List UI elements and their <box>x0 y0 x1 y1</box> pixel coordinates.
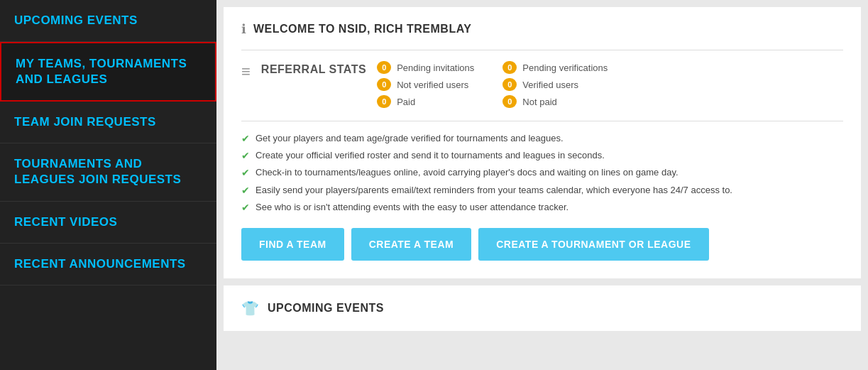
feature-item: ✔ Easily send your players/parents email… <box>241 184 843 197</box>
feature-item: ✔ Get your players and team age/grade ve… <box>241 132 843 145</box>
feature-text: Check-in to tournaments/leagues online, … <box>256 166 679 179</box>
features-list: ✔ Get your players and team age/grade ve… <box>241 121 843 214</box>
info-icon: ℹ <box>241 21 246 37</box>
welcome-header: ℹ WELCOME TO NSID, RICH TREMBLAY <box>241 21 843 37</box>
stat-label-paid: Paid <box>397 97 415 107</box>
action-buttons: FIND A TEAM CREATE A TEAM CREATE A TOURN… <box>241 228 843 261</box>
sidebar-item-tournaments-leagues-join[interactable]: TOURNAMENTS AND LEAGUES JOIN REQUESTS <box>0 143 216 201</box>
upcoming-events-card: 👕 UPCOMING EVENTS <box>224 285 861 331</box>
referral-stats-grid: 0 Pending invitations 0 Not verified use… <box>377 61 608 108</box>
checkmark-icon: ✔ <box>241 150 250 161</box>
feature-text: See who is or isn't attending events wit… <box>256 201 568 214</box>
welcome-title: WELCOME TO NSID, RICH TREMBLAY <box>253 23 471 36</box>
sidebar-item-label: RECENT ANNOUNCEMENTS <box>14 257 186 271</box>
tshirt-icon: 👕 <box>241 300 259 317</box>
stat-label-pending-verifications: Pending verifications <box>522 62 608 73</box>
sidebar-item-my-teams[interactable]: MY TEAMS, TOURNAMENTS AND LEAGUES <box>0 42 216 102</box>
stats-column-right: 0 Pending verifications 0 Verified users… <box>502 61 608 108</box>
checkmark-icon: ✔ <box>241 202 250 213</box>
referral-section: ≡ REFERRAL STATS 0 Pending invitations 0… <box>241 50 843 108</box>
stat-label-not-verified: Not verified users <box>397 80 468 90</box>
stat-row: 0 Pending verifications <box>502 61 608 74</box>
create-tournament-button[interactable]: CREATE A TOURNAMENT OR LEAGUE <box>478 228 708 261</box>
stat-badge-pending-invitations: 0 <box>377 61 391 74</box>
stat-label-not-paid: Not paid <box>522 97 556 107</box>
feature-text: Easily send your players/parents email/t… <box>256 184 732 197</box>
stat-row: 0 Pending invitations <box>377 61 474 74</box>
stat-badge-not-verified: 0 <box>377 78 391 91</box>
feature-item: ✔ See who is or isn't attending events w… <box>241 201 843 214</box>
welcome-card: ℹ WELCOME TO NSID, RICH TREMBLAY ≡ REFER… <box>224 7 861 278</box>
sidebar-item-label: TOURNAMENTS AND LEAGUES JOIN REQUESTS <box>14 157 181 186</box>
stat-row: 0 Verified users <box>502 78 608 91</box>
stat-row: 0 Not paid <box>502 95 608 108</box>
sidebar-item-recent-announcements[interactable]: RECENT ANNOUNCEMENTS <box>0 244 216 285</box>
sidebar-item-label: RECENT VIDEOS <box>14 215 117 229</box>
sidebar-item-label: MY TEAMS, TOURNAMENTS AND LEAGUES <box>16 57 187 86</box>
stat-badge-not-paid: 0 <box>502 95 517 108</box>
sidebar-item-label: TEAM JOIN REQUESTS <box>14 115 156 129</box>
create-team-button[interactable]: CREATE A TEAM <box>351 228 472 261</box>
stat-badge-verified-users: 0 <box>502 78 517 91</box>
referral-header: ≡ REFERRAL STATS 0 Pending invitations 0… <box>241 61 843 108</box>
feature-item: ✔ Create your official verified roster a… <box>241 149 843 162</box>
checkmark-icon: ✔ <box>241 185 250 196</box>
stat-badge-pending-verifications: 0 <box>502 61 517 74</box>
feature-text: Get your players and team age/grade veri… <box>256 132 564 145</box>
checkmark-icon: ✔ <box>241 133 250 144</box>
sidebar-item-label: UPCOMING EVENTS <box>14 13 138 27</box>
checkmark-icon: ✔ <box>241 167 250 178</box>
sidebar-item-team-join-requests[interactable]: TEAM JOIN REQUESTS <box>0 102 216 143</box>
referral-icon: ≡ <box>241 62 251 81</box>
stat-row: 0 Paid <box>377 95 474 108</box>
stat-label-pending-invitations: Pending invitations <box>397 62 474 73</box>
feature-text: Create your official verified roster and… <box>256 149 605 162</box>
sidebar: UPCOMING EVENTS MY TEAMS, TOURNAMENTS AN… <box>0 0 216 370</box>
main-content: ℹ WELCOME TO NSID, RICH TREMBLAY ≡ REFER… <box>216 0 868 370</box>
referral-title: REFERRAL STATS <box>261 63 366 76</box>
stats-column-left: 0 Pending invitations 0 Not verified use… <box>377 61 474 108</box>
sidebar-item-upcoming-events[interactable]: UPCOMING EVENTS <box>0 0 216 42</box>
stat-badge-paid: 0 <box>377 95 391 108</box>
sidebar-item-recent-videos[interactable]: RECENT VIDEOS <box>0 202 216 244</box>
feature-item: ✔ Check-in to tournaments/leagues online… <box>241 166 843 179</box>
stat-row: 0 Not verified users <box>377 78 474 91</box>
find-team-button[interactable]: FIND A TEAM <box>241 228 344 261</box>
upcoming-events-title: UPCOMING EVENTS <box>268 302 384 315</box>
stat-label-verified-users: Verified users <box>522 80 578 90</box>
